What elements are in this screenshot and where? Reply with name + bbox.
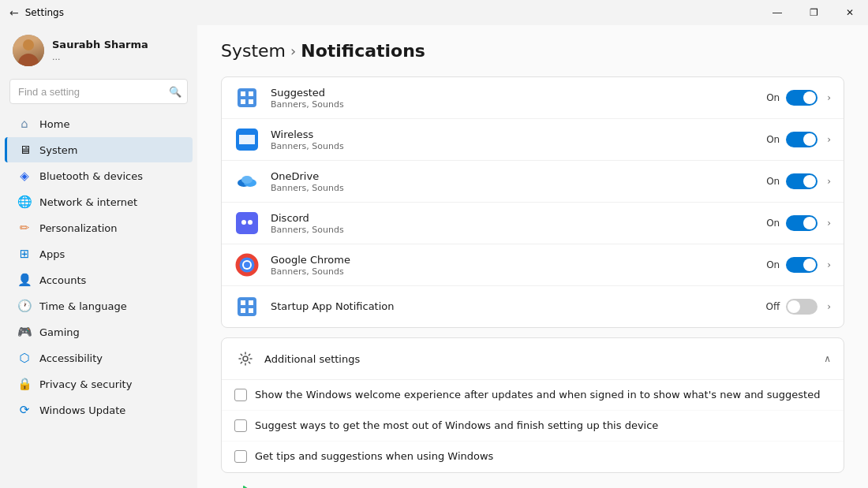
svg-rect-18 bbox=[241, 300, 245, 305]
notification-item-3[interactable]: DiscordBanners, SoundsOn› bbox=[222, 203, 844, 244]
svg-point-16 bbox=[244, 262, 250, 268]
notif-desc-2: Banners, Sounds bbox=[271, 183, 755, 193]
notif-name-2: OneDrive bbox=[271, 170, 755, 182]
sidebar-item-system[interactable]: 🖥System bbox=[5, 137, 193, 162]
main-content: System › Notifications SuggestedBanners,… bbox=[197, 25, 868, 488]
maximize-button[interactable]: ❐ bbox=[795, 0, 832, 25]
time-nav-icon: 🕐 bbox=[17, 299, 32, 313]
notif-right-0: On› bbox=[766, 90, 831, 106]
checkbox-item-0: Show the Windows welcome experience afte… bbox=[222, 380, 844, 411]
svg-rect-21 bbox=[249, 308, 253, 313]
svg-point-9 bbox=[241, 176, 253, 184]
breadcrumb: System › Notifications bbox=[221, 41, 844, 61]
sidebar-item-label-time: Time & language bbox=[39, 300, 127, 312]
sidebar-item-network[interactable]: 🌐Network & internet bbox=[5, 189, 193, 214]
profile-info: Saurabh Sharma ... bbox=[52, 39, 148, 62]
notif-toggle-2[interactable] bbox=[786, 173, 817, 189]
sidebar-nav: ⌂Home🖥System◈Bluetooth & devices🌐Network… bbox=[0, 110, 197, 423]
svg-rect-6 bbox=[239, 135, 255, 144]
notif-icon-1 bbox=[234, 127, 260, 152]
notif-icon-3 bbox=[234, 210, 260, 236]
sidebar-item-label-apps: Apps bbox=[39, 248, 65, 260]
sidebar-item-label-home: Home bbox=[39, 118, 69, 130]
notification-item-5[interactable]: Startup App NotificationOff› bbox=[222, 286, 844, 327]
svg-point-11 bbox=[241, 220, 246, 225]
notif-right-5: Off› bbox=[765, 299, 831, 315]
sidebar-item-bluetooth[interactable]: ◈Bluetooth & devices bbox=[5, 163, 193, 188]
sidebar-item-accessibility[interactable]: ⬡Accessibility bbox=[5, 345, 193, 371]
sidebar-item-accounts[interactable]: 👤Accounts bbox=[5, 267, 193, 292]
sidebar-item-label-update: Windows Update bbox=[39, 404, 125, 416]
notif-right-4: On› bbox=[766, 257, 831, 273]
notif-icon-0 bbox=[234, 85, 260, 110]
notif-name-1: Wireless bbox=[271, 129, 755, 140]
search-box: 🔍 bbox=[9, 79, 188, 104]
app-container: Saurabh Sharma ... 🔍 ⌂Home🖥System◈Blueto… bbox=[0, 25, 868, 488]
svg-rect-2 bbox=[249, 91, 253, 96]
search-input[interactable] bbox=[9, 79, 188, 104]
additional-settings-header[interactable]: Additional settings ∧ bbox=[222, 338, 844, 380]
sidebar-item-label-bluetooth: Bluetooth & devices bbox=[39, 170, 143, 182]
profile-sub: ... bbox=[52, 52, 148, 62]
titlebar-title: Settings bbox=[25, 7, 64, 18]
breadcrumb-parent: System bbox=[221, 41, 286, 61]
notif-icon-5 bbox=[234, 294, 260, 319]
notification-item-2[interactable]: OneDriveBanners, SoundsOn› bbox=[222, 161, 844, 203]
notif-status-0: On bbox=[766, 92, 780, 103]
svg-rect-17 bbox=[238, 297, 256, 316]
sidebar-item-label-system: System bbox=[39, 144, 77, 156]
notif-right-2: On› bbox=[766, 173, 831, 189]
notification-item-0[interactable]: SuggestedBanners, SoundsOn› bbox=[222, 77, 844, 119]
notif-toggle-1[interactable] bbox=[786, 132, 817, 147]
checkbox-2[interactable] bbox=[234, 450, 247, 463]
minimize-button[interactable]: — bbox=[759, 0, 795, 25]
sidebar-item-privacy[interactable]: 🔒Privacy & security bbox=[5, 371, 193, 397]
checkbox-1[interactable] bbox=[234, 419, 247, 432]
back-icon[interactable]: ← bbox=[9, 6, 19, 19]
svg-rect-3 bbox=[241, 99, 245, 104]
gaming-nav-icon: 🎮 bbox=[17, 325, 32, 339]
notif-status-3: On bbox=[766, 218, 780, 229]
sidebar-item-personalization[interactable]: ✏Personalization bbox=[5, 215, 193, 240]
additional-settings-icon bbox=[234, 348, 256, 370]
svg-rect-19 bbox=[249, 300, 253, 305]
notification-item-4[interactable]: Google ChromeBanners, SoundsOn› bbox=[222, 244, 844, 286]
update-nav-icon: ⟳ bbox=[17, 403, 32, 417]
profile-section[interactable]: Saurabh Sharma ... bbox=[0, 25, 197, 76]
notif-toggle-3[interactable] bbox=[786, 215, 817, 231]
notif-right-3: On› bbox=[766, 215, 831, 231]
svg-rect-20 bbox=[241, 308, 245, 313]
sidebar-item-apps[interactable]: ⊞Apps bbox=[5, 241, 193, 266]
home-nav-icon: ⌂ bbox=[17, 117, 32, 131]
notif-desc-4: Banners, Sounds bbox=[271, 266, 755, 277]
privacy-nav-icon: 🔒 bbox=[17, 377, 32, 391]
sidebar-item-label-privacy: Privacy & security bbox=[39, 378, 132, 390]
notif-toggle-4[interactable] bbox=[786, 257, 817, 273]
avatar bbox=[13, 35, 44, 66]
close-button[interactable]: ✕ bbox=[832, 0, 868, 25]
notif-icon-2 bbox=[234, 169, 260, 194]
personalization-nav-icon: ✏ bbox=[17, 221, 32, 235]
notif-info-4: Google ChromeBanners, Sounds bbox=[271, 254, 755, 277]
network-nav-icon: 🌐 bbox=[17, 195, 32, 209]
sidebar-item-label-accounts: Accounts bbox=[39, 274, 86, 286]
sidebar-item-label-gaming: Gaming bbox=[39, 326, 80, 338]
notif-status-1: On bbox=[766, 134, 780, 145]
checkbox-label-1: Suggest ways to get the most out of Wind… bbox=[255, 419, 658, 433]
bluetooth-nav-icon: ◈ bbox=[17, 169, 32, 183]
notif-desc-1: Banners, Sounds bbox=[271, 141, 755, 151]
notif-toggle-5[interactable] bbox=[786, 299, 817, 315]
sidebar-item-time[interactable]: 🕐Time & language bbox=[5, 293, 193, 319]
sidebar-item-gaming[interactable]: 🎮Gaming bbox=[5, 319, 193, 345]
notif-toggle-0[interactable] bbox=[786, 90, 817, 106]
titlebar-controls: — ❐ ✕ bbox=[759, 0, 868, 25]
sidebar-item-update[interactable]: ⟳Windows Update bbox=[5, 397, 193, 423]
sidebar: Saurabh Sharma ... 🔍 ⌂Home🖥System◈Blueto… bbox=[0, 25, 197, 488]
notification-item-1[interactable]: WirelessBanners, SoundsOn› bbox=[222, 119, 844, 161]
sidebar-item-label-personalization: Personalization bbox=[39, 222, 118, 234]
sidebar-item-home[interactable]: ⌂Home bbox=[5, 111, 193, 136]
notif-name-5: Startup App Notification bbox=[271, 300, 754, 312]
search-icon: 🔍 bbox=[169, 86, 181, 98]
checkbox-0[interactable] bbox=[234, 389, 247, 401]
notif-name-4: Google Chrome bbox=[271, 254, 755, 266]
